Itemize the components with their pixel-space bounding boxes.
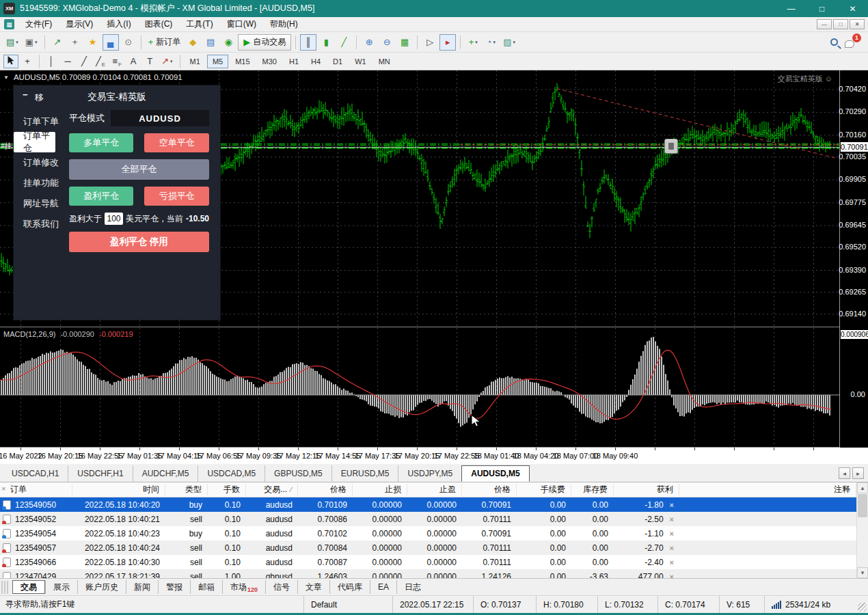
menu-item-1[interactable]: 显示(V) <box>59 16 100 32</box>
macd-plot[interactable] <box>0 328 839 447</box>
time-axis[interactable]: 16 May 202216 May 20:1516 May 22:5517 Ma… <box>0 448 868 464</box>
scrollbar-thumb[interactable] <box>858 494 867 517</box>
timeframe-w1-button[interactable]: W1 <box>349 55 372 68</box>
order-row[interactable]: 1235490502022.05.18 10:40:20buy0.10audus… <box>0 497 856 512</box>
chart-tab-audchf-m5[interactable]: AUDCHF,M5 <box>133 465 198 482</box>
tab-scroll-right-button[interactable]: ▸ <box>852 467 864 479</box>
panel-move-handle[interactable]: 移 <box>35 92 44 104</box>
window-minimize-button[interactable]: — <box>776 0 806 17</box>
column-header-1[interactable]: 时间 <box>72 484 165 495</box>
column-header-3[interactable]: 手数 <box>208 484 246 495</box>
trade-panel-header[interactable]: − 移 交易宝-精英版 <box>14 85 220 109</box>
templates-dropdown-caret[interactable]: ▾ <box>513 40 516 45</box>
vertical-line-button[interactable]: │ <box>44 55 59 68</box>
window-maximize-button[interactable]: □ <box>806 0 837 17</box>
candle-chart-button[interactable]: ▮ <box>318 34 334 51</box>
metaeditor-button[interactable]: ◆ <box>185 34 201 51</box>
close-all-button[interactable]: 全部平仓 <box>69 159 209 180</box>
terminal-tab-市场[interactable]: 市场120 <box>222 580 265 594</box>
profiles-button[interactable]: ▣▾ <box>23 34 40 51</box>
timeframe-m1-button[interactable]: M1 <box>185 55 206 68</box>
menu-item-3[interactable]: 图表(C) <box>138 16 180 32</box>
chart-tab-usdcad-m5[interactable]: USDCAD,M5 <box>198 465 265 482</box>
order-row[interactable]: 1235490542022.05.18 10:40:23buy0.10audus… <box>0 526 856 541</box>
terminal-tab-警报[interactable]: 警报 <box>158 580 190 594</box>
timeframe-m5-button[interactable]: M5 <box>207 55 228 68</box>
tile-windows-button[interactable]: ▦ <box>396 34 413 51</box>
chart-tab-gbpusd-m5[interactable]: GBPUSD,M5 <box>265 465 331 482</box>
terminal-tab-展示[interactable]: 展示 <box>45 580 77 594</box>
close-buy-button[interactable]: 多单平仓 <box>69 133 134 152</box>
close-order-button[interactable]: × <box>670 573 674 579</box>
close-mode-symbol[interactable]: AUDUSD <box>111 110 209 126</box>
panel-menu-item[interactable]: 订单下单 <box>14 111 59 132</box>
chart-shift-button[interactable]: ▸ <box>439 34 456 51</box>
column-header-7[interactable]: 止盈 <box>407 484 462 495</box>
chart-tab-audusd-m5[interactable]: AUDUSD,M5 <box>461 465 529 482</box>
timeframe-h4-button[interactable]: H4 <box>306 55 326 68</box>
terminal-close-button[interactable]: × <box>1 484 9 493</box>
scroll-up-button[interactable]: ▲ <box>857 482 868 493</box>
panel-menu-item[interactable]: 订单修改 <box>14 152 59 173</box>
auto-scroll-button[interactable]: ▷ <box>422 34 438 51</box>
new-order-button[interactable]: +新订单 <box>146 34 184 51</box>
panel-minimize-button[interactable]: − <box>23 90 28 100</box>
terminal-tab-邮箱[interactable]: 邮箱 <box>190 580 222 594</box>
chart-area[interactable]: ▼ AUDUSD,M5 0.70089 0.70104 0.70081 0.70… <box>0 70 868 464</box>
search-icon[interactable] <box>830 38 838 46</box>
horizontal-line-button[interactable]: ─ <box>60 55 75 68</box>
close-sell-button[interactable]: 空单平仓 <box>144 133 209 152</box>
close-order-button[interactable]: × <box>670 558 674 566</box>
window-close-button[interactable]: ✕ <box>837 0 868 17</box>
new-chart-dropdown-caret[interactable]: ▾ <box>16 40 18 45</box>
new-chart-button[interactable]: ▤▾ <box>3 34 21 51</box>
terminal-scrollbar[interactable]: ▲ ▼ <box>856 482 868 578</box>
timeframe-d1-button[interactable]: D1 <box>327 55 348 68</box>
order-row[interactable]: 1235490572022.05.18 10:40:24sell0.10audu… <box>0 541 856 555</box>
templates-button[interactable]: ▨▾ <box>500 34 518 51</box>
order-row[interactable]: 1234704292022.05.17 18:21:39sell1.00gbpu… <box>0 569 856 578</box>
periods-button[interactable]: ◔▾ <box>483 34 499 51</box>
terminal-tab-EA[interactable]: EA <box>370 580 396 594</box>
resize-grip[interactable] <box>858 603 867 612</box>
column-header-0[interactable]: 订单 <box>0 484 72 495</box>
column-header-11[interactable]: 获利 <box>614 484 679 495</box>
price-axis[interactable]: 0.704200.702900.701600.700350.699050.697… <box>839 70 868 448</box>
periods-dropdown-caret[interactable]: ▾ <box>493 40 496 45</box>
menu-item-6[interactable]: 帮助(H) <box>263 16 305 32</box>
navigator-button[interactable]: ★ <box>85 34 101 51</box>
chart-tab-eurusd-m5[interactable]: EURUSD,M5 <box>331 465 398 482</box>
line-chart-button[interactable]: ╱ <box>336 34 352 51</box>
panel-menu-item[interactable]: 网址导航 <box>14 193 59 214</box>
menu-item-2[interactable]: 插入(I) <box>100 16 137 32</box>
menu-item-5[interactable]: 窗口(W) <box>220 16 263 32</box>
chart-tab-usdjpy-m5[interactable]: USDJPY,M5 <box>398 465 461 482</box>
close-order-button[interactable]: × <box>670 515 674 523</box>
terminal-tab-账户历史[interactable]: 账户历史 <box>77 580 126 594</box>
community-button[interactable]: ◉ <box>220 34 236 51</box>
terminal-tab-日志[interactable]: 日志 <box>396 580 429 594</box>
timeframe-mn-button[interactable]: MN <box>373 55 396 68</box>
panel-menu-item[interactable]: 联系我们 <box>14 214 59 234</box>
column-header-12[interactable]: 注释 <box>679 484 856 495</box>
terminal-tab-信号[interactable]: 信号 <box>265 580 297 594</box>
autotrading-button[interactable]: ▶自动交易 <box>238 34 291 51</box>
text-label-button[interactable]: T <box>142 55 157 68</box>
column-header-6[interactable]: 止损 <box>353 484 407 495</box>
arrows-dropdown-caret[interactable]: ▾ <box>170 59 173 64</box>
scroll-down-button[interactable]: ▼ <box>857 567 868 578</box>
strategy-tester-button[interactable]: ⊙ <box>120 34 137 51</box>
column-header-5[interactable]: 价格 <box>298 484 353 495</box>
indicators-button[interactable]: +▾ <box>465 34 481 51</box>
column-header-10[interactable]: 库存费 <box>571 484 614 495</box>
cursor-button[interactable] <box>3 55 18 68</box>
text-button[interactable]: A <box>126 55 141 68</box>
profiles-dropdown-caret[interactable]: ▾ <box>35 40 38 45</box>
notifications-icon[interactable]: 1 <box>845 37 858 48</box>
mdi-close-button[interactable]: ✕ <box>850 19 865 29</box>
close-loss-button[interactable]: 亏损平仓 <box>144 187 209 206</box>
column-header-9[interactable]: 手续费 <box>517 484 571 495</box>
mdi-restore-button[interactable]: □ <box>833 19 848 29</box>
timeframe-m15-button[interactable]: M15 <box>230 55 255 68</box>
panel-menu-active-item[interactable]: 订单平仓 <box>14 132 55 152</box>
